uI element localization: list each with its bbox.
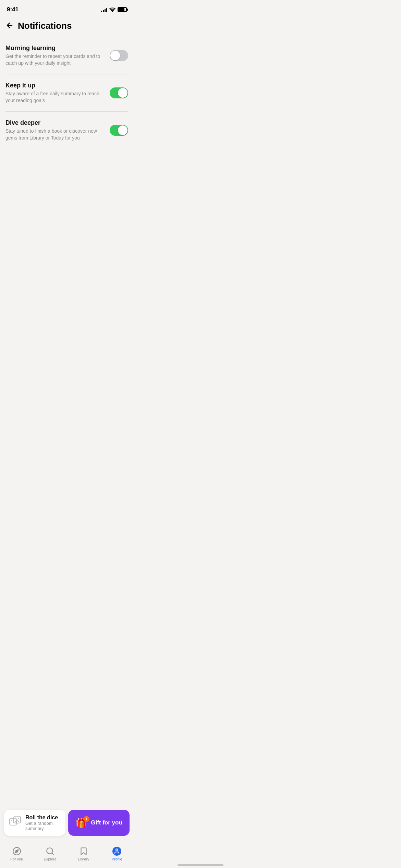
status-icons <box>101 7 127 12</box>
morning-learning-title: Morning learning <box>5 45 104 52</box>
battery-icon <box>118 7 127 12</box>
keep-it-up-item: Keep it up Stay aware of a free daily su… <box>5 74 128 111</box>
dive-deeper-text: Dive deeper Stay tuned to finish a book … <box>5 119 110 141</box>
keep-it-up-text: Keep it up Stay aware of a free daily su… <box>5 82 110 104</box>
dive-deeper-item: Dive deeper Stay tuned to finish a book … <box>5 112 128 149</box>
status-time: 9:41 <box>7 6 19 13</box>
dive-deeper-title: Dive deeper <box>5 119 104 126</box>
morning-learning-desc: Get the reminder to repeat your cards an… <box>5 53 104 67</box>
page-title: Notifications <box>18 21 72 31</box>
morning-learning-text: Morning learning Get the reminder to rep… <box>5 45 110 67</box>
dive-deeper-desc: Stay tuned to finish a book or discover … <box>5 128 104 141</box>
dive-deeper-toggle[interactable] <box>110 125 128 136</box>
signal-icon <box>101 7 107 12</box>
toggle-knob <box>118 125 127 135</box>
back-button[interactable] <box>5 21 14 31</box>
wifi-icon <box>109 7 116 12</box>
toggle-knob <box>110 51 120 60</box>
morning-learning-item: Morning learning Get the reminder to rep… <box>5 37 128 74</box>
settings-section: Morning learning Get the reminder to rep… <box>0 37 134 149</box>
header: Notifications <box>0 17 134 37</box>
status-bar: 9:41 <box>0 0 134 17</box>
toggle-knob <box>118 88 127 98</box>
keep-it-up-toggle[interactable] <box>110 87 128 98</box>
svg-point-0 <box>112 11 113 12</box>
keep-it-up-title: Keep it up <box>5 82 104 89</box>
morning-learning-toggle[interactable] <box>110 50 128 61</box>
keep-it-up-desc: Stay aware of a free daily summary to re… <box>5 91 104 104</box>
